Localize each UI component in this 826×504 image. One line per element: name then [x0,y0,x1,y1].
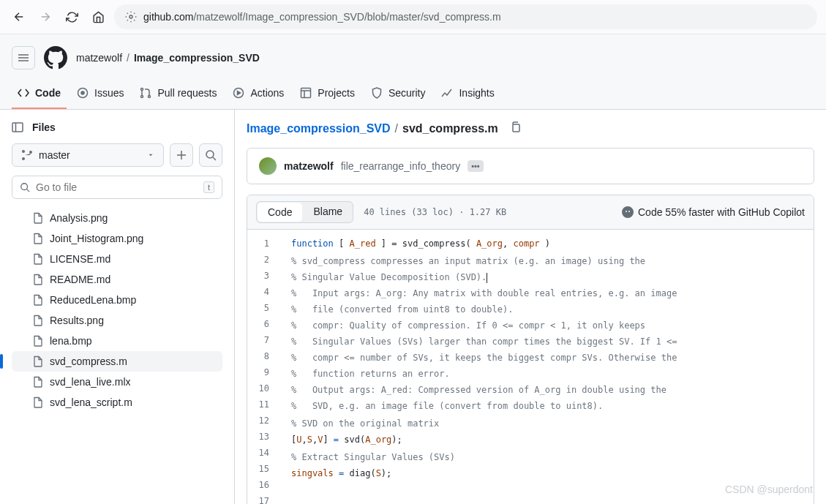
file-item[interactable]: ReducedLena.bmp [12,290,222,310]
file-item[interactable]: Joint_Histogram.png [12,228,222,249]
code-line[interactable]: % Singular Values (SVs) larger than comp… [284,334,814,350]
svg-point-12 [206,151,214,158]
nav-tab-issues[interactable]: Issues [71,81,129,109]
branch-icon [21,149,33,161]
chevron-down-icon [147,151,154,159]
breadcrumb: matzewolf / Image_compression_SVD [76,52,260,64]
svg-rect-7 [301,89,311,98]
home-button[interactable] [88,7,108,27]
code-line[interactable]: % Singular Value Decomposition (SVD). [284,269,814,285]
code-line[interactable]: % SVD, e.g. an image file (convert from … [284,398,814,414]
sidebar-title: Files [32,121,56,133]
line-number[interactable]: 8 [247,348,284,364]
code-line[interactable]: % svd_compress compresses an input matri… [284,253,814,269]
global-nav-button[interactable] [12,46,35,69]
line-number[interactable]: 11 [247,396,284,413]
line-number[interactable]: 1 [247,236,284,252]
code-line[interactable]: % Output args: A_red: Compressed version… [284,382,814,398]
code-line[interactable]: singvals = diag(S); [284,465,814,481]
file-item[interactable]: svd_lena_script.m [12,392,222,413]
svg-point-4 [141,96,143,98]
file-content: Image_compression_SVD / svd_compress.m m… [235,110,826,504]
breadcrumb-sep: / [127,52,129,64]
add-file-button[interactable] [170,143,193,167]
file-item[interactable]: Analysis.png [12,208,222,228]
avatar[interactable] [259,157,277,175]
code-line[interactable]: function [ A_red ] = svd_compress( A_org… [284,236,814,252]
tab-code[interactable]: Code [258,203,302,222]
forward-button[interactable] [35,7,56,27]
code-line[interactable]: % Input args: A_org: Any matrix with dou… [284,285,814,301]
svg-point-3 [141,89,143,91]
nav-tab-pull-requests[interactable]: Pull requests [134,81,222,109]
path-file: svd_compress.m [402,122,498,135]
file-item[interactable]: Results.png [12,310,222,331]
nav-tab-code[interactable]: Code [12,81,67,109]
file-item[interactable]: svd_compress.m [12,351,222,372]
file-search-input[interactable] [36,181,198,193]
latest-commit[interactable]: matzewolf file_rearrange_info_theory ••• [247,148,814,184]
watermark: CSDN @superdont [725,484,813,495]
url-text: github.com/matzewolf/Image_compression_S… [143,11,501,23]
line-number[interactable]: 9 [247,364,284,380]
code-box: Code Blame 40 lines (33 loc) · 1.27 KB C… [247,195,814,504]
copy-path-button[interactable] [510,121,522,136]
commit-author[interactable]: matzewolf [284,160,334,172]
code-line[interactable]: % file (converted from uint8 to double). [284,301,814,317]
svg-point-5 [149,96,151,98]
tab-blame[interactable]: Blame [303,202,353,222]
commit-ellipsis-button[interactable]: ••• [468,160,484,172]
svg-point-2 [81,91,84,94]
path-repo-link[interactable]: Image_compression_SVD [247,122,391,135]
owner-link[interactable]: matzewolf [76,52,122,64]
svg-point-13 [21,184,28,190]
line-number[interactable]: 4 [247,284,284,300]
line-number[interactable]: 5 [247,300,284,316]
nav-tab-projects[interactable]: Projects [294,81,361,109]
code-lines: function [ A_red ] = svd_compress( A_org… [284,230,814,504]
svg-rect-10 [12,123,23,132]
svg-rect-14 [513,124,519,132]
code-line[interactable]: % function returns an error. [284,366,814,382]
search-button[interactable] [199,143,222,167]
file-item[interactable]: lena.bmp [12,331,222,351]
github-logo[interactable] [44,46,67,69]
branch-selector[interactable]: master [12,143,164,167]
line-number[interactable]: 14 [247,445,284,461]
line-number[interactable]: 15 [247,461,284,477]
line-number[interactable]: 13 [247,429,284,445]
code-line[interactable]: [U,S,V] = svd(A_org); [284,432,814,448]
back-button[interactable] [9,7,29,27]
line-number[interactable]: 16 [247,477,284,493]
file-search[interactable]: t [12,176,222,199]
line-number[interactable]: 10 [247,380,284,396]
line-number[interactable]: 2 [247,252,284,268]
file-tree-sidebar: Files master t Analysis.pngJoint_Histogr… [0,110,235,504]
repo-link[interactable]: Image_compression_SVD [134,52,260,64]
reload-button[interactable] [61,7,82,27]
line-number[interactable]: 12 [247,413,284,429]
nav-tab-insights[interactable]: Insights [435,81,500,109]
repo-nav-tabs: CodeIssuesPull requestsActionsProjectsSe… [0,81,826,109]
file-stats: 40 lines (33 loc) · 1.27 KB [364,207,506,217]
nav-tab-actions[interactable]: Actions [227,81,290,109]
line-number[interactable]: 7 [247,332,284,348]
line-number[interactable]: 3 [247,268,284,284]
code-line[interactable]: % compr <= number of SVs, it keeps the b… [284,350,814,366]
repo-header: matzewolf / Image_compression_SVD CodeIs… [0,34,826,110]
nav-tab-security[interactable]: Security [365,81,432,109]
file-item[interactable]: README.md [12,269,222,290]
site-settings-icon[interactable] [124,10,138,23]
search-icon [20,182,30,192]
file-tree: Analysis.pngJoint_Histogram.pngLICENSE.m… [12,208,222,413]
file-item[interactable]: LICENSE.md [12,249,222,269]
code-line[interactable]: % compr: Quality of compression. If 0 <=… [284,317,814,334]
code-line[interactable]: % SVD on the original matrix [284,415,814,432]
url-bar[interactable]: github.com/matzewolf/Image_compression_S… [114,4,817,29]
commit-message[interactable]: file_rearrange_info_theory [341,160,460,172]
line-number[interactable]: 17 [247,493,284,504]
file-item[interactable]: svd_lena_live.mlx [12,372,222,392]
line-number[interactable]: 6 [247,316,284,332]
copilot-promo[interactable]: Code 55% faster with GitHub Copilot [622,206,805,218]
code-line[interactable]: % Extract Singular Values (SVs) [284,449,814,465]
